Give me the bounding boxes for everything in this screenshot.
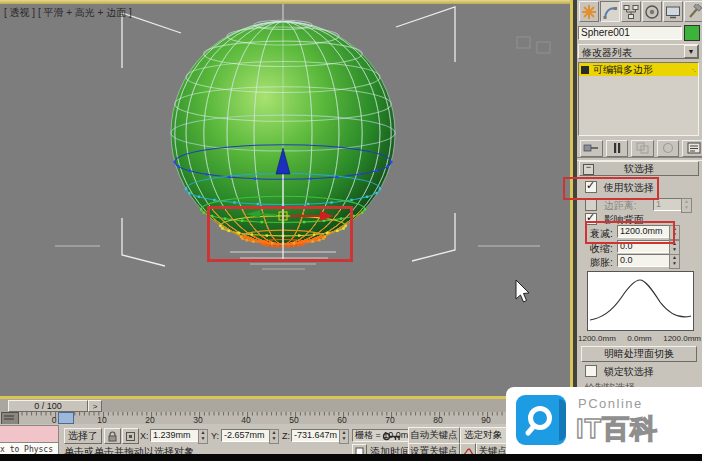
command-panel-tabs [577,1,702,23]
configure-modifier-sets-icon [687,142,701,154]
time-cursor-handle[interactable] [58,412,74,424]
modify-tab[interactable] [600,1,620,22]
svg-text:20: 20 [145,415,155,424]
utilities-tab[interactable] [684,1,702,22]
x-coordinate-label: X: [140,431,149,441]
curve-label-right: 1200.0mm [663,334,701,343]
x-coordinate-field[interactable]: 1.239mm [150,429,200,442]
selection-lock-button[interactable] [104,428,121,444]
viewport-canvas[interactable] [0,0,573,399]
soft-selection-rollout-header[interactable]: 软选择 [579,161,699,176]
svg-text:50: 50 [289,415,299,424]
curve-label-center: 0.0mm [627,334,651,343]
y-coordinate-field[interactable]: -2.657mm [221,429,271,442]
utilities-icon [686,4,702,20]
svg-text:0: 0 [52,415,57,424]
time-slider-track[interactable]: 0 / 100 > [0,399,573,413]
auto-key-button[interactable]: 自动关键点 [408,427,460,444]
dropdown-arrow-icon[interactable]: ▼ [684,45,698,58]
hierarchy-icon [623,4,639,20]
viewport-border-top [0,0,573,4]
y-coordinate-spinner[interactable]: ▲▼ [269,429,279,444]
modify-icon [602,4,618,20]
time-slider-frame-button[interactable]: 0 / 100 [8,400,88,412]
shaded-face-toggle-button[interactable]: 明暗处理面切换 [581,346,697,362]
show-end-result-button[interactable] [606,140,629,157]
configure-modifier-sets-button[interactable] [682,140,702,157]
key-icon [382,431,402,442]
falloff-field[interactable]: 1200.0mm [617,225,671,238]
make-unique-icon [636,142,649,154]
svg-text:70: 70 [385,415,395,424]
bubble-field[interactable]: 0.0 [617,254,671,267]
modifier-stack[interactable]: 可编辑多边形 ·. [578,62,699,136]
display-tab[interactable] [663,1,683,22]
collapse-icon[interactable] [583,164,594,175]
pinch-spinner[interactable]: ▲▼ [669,240,680,255]
remove-modifier-icon [662,142,674,154]
display-icon [665,4,681,20]
z-coordinate-field[interactable]: -731.647m [291,429,341,442]
absolute-offset-toggle[interactable] [122,428,139,444]
svg-text:80: 80 [433,415,443,424]
soft-selection-title: 软选择 [624,163,654,174]
watermark-brand: PConline [578,396,643,411]
falloff-curve-axis: 1200.0mm 0.0mm 1200.0mm [577,334,702,343]
modifier-list-dropdown[interactable]: 修改器列表 ▼ [578,44,699,59]
3dsmax-window: { "viewport": { "label": "[ 透视 ] [ 平滑 + … [0,0,702,461]
pin-stack-icon [583,143,599,153]
selected-status-button[interactable]: 选择了 [64,428,102,444]
absolute-mode-icon [125,431,136,442]
svg-text:90: 90 [481,415,491,424]
stack-item-label: 可编辑多边形 [593,63,653,77]
affect-backfacing-label: 影响背面 [604,214,644,225]
make-unique-button[interactable] [631,140,654,157]
use-soft-selection-checkbox[interactable] [585,181,597,193]
z-coordinate-spinner[interactable]: ▲▼ [339,429,349,444]
lock-soft-selection-row[interactable]: 锁定软选择 [585,365,654,379]
lock-soft-selection-checkbox[interactable] [585,365,597,377]
watermark-title: IT百科 [576,411,658,447]
create-tab[interactable] [579,1,599,22]
pinch-field[interactable]: 0.0 [617,240,671,253]
edge-distance-checkbox[interactable] [585,199,597,211]
listener-text: x to Physcs ( [0,445,59,454]
falloff-curve [590,280,691,320]
motion-tab[interactable] [642,1,662,22]
use-soft-selection-label: 使用软选择 [604,182,654,193]
use-soft-selection-row[interactable]: 使用软选择 [585,181,654,195]
mouse-cursor-icon [512,279,534,307]
remove-modifier-button[interactable] [657,140,680,157]
svg-text:60: 60 [337,415,347,424]
perspective-viewport[interactable]: [ 透视 ] [ 平滑 + 高光 + 边面 ] [0,0,573,399]
stack-item-icon [581,66,589,74]
track-bar[interactable]: 0102030405060708090 [0,412,573,424]
timeline-ruler[interactable]: 0102030405060708090 [0,412,573,424]
stack-item-editable-poly[interactable]: 可编辑多边形 ·. [579,63,698,76]
watermark: PConline IT百科 [506,387,702,454]
x-coordinate-spinner[interactable]: ▲▼ [198,429,208,444]
lock-soft-selection-label: 锁定软选择 [604,366,654,377]
set-keys-big-button[interactable] [380,428,404,444]
object-name-field[interactable]: Sphere001 [578,26,682,40]
hierarchy-tab[interactable] [621,1,641,22]
bubble-spinner[interactable]: ▲▼ [669,254,680,269]
edge-distance-field[interactable]: 1 [653,198,683,211]
pin-stack-button[interactable] [580,140,603,157]
bubble-label: 膨胀: [590,256,613,270]
stack-toolbar [577,139,702,157]
svg-text:40: 40 [241,415,251,424]
y-coordinate-label: Y: [211,431,219,441]
object-color-swatch[interactable] [684,25,700,41]
affect-backfacing-checkbox[interactable] [585,213,597,225]
falloff-spinner[interactable]: ▲▼ [669,225,680,240]
ground-grid [55,246,540,269]
edge-distance-spinner[interactable]: ▲▼ [681,198,692,213]
modifier-list-label: 修改器列表 [582,46,632,60]
curve-label-left: 1200.0mm [578,334,616,343]
viewport-border-right [570,0,573,399]
viewport-label[interactable]: [ 透视 ] [ 平滑 + 高光 + 边面 ] [4,6,132,20]
logo-fold [559,399,566,441]
next-frame-button[interactable]: > [88,400,102,412]
svg-text:30: 30 [193,415,203,424]
